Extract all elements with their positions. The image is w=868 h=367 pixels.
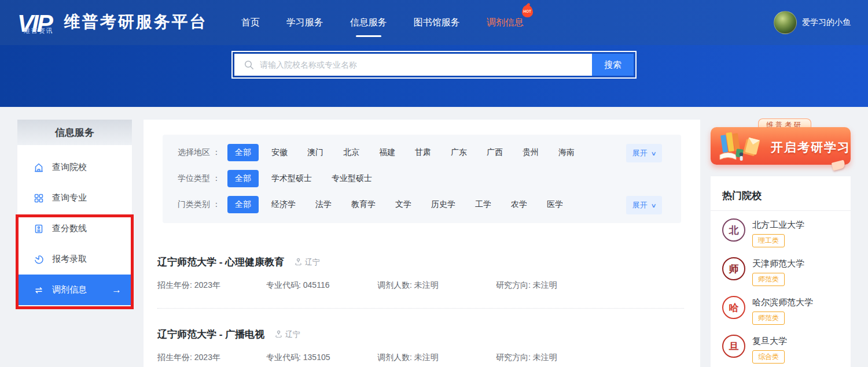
nav-item-adjustment[interactable]: 调剂信息 HOT xyxy=(487,17,524,29)
filter-panel: 选择地区 ： 全部 安徽 澳门 北京 福建 甘肃 广东 广西 贵州 海南 展开 … xyxy=(163,135,681,223)
filter-option[interactable]: 海南 xyxy=(558,147,575,158)
promo-title: 开启考研学习 xyxy=(771,139,851,155)
result-item: 辽宁师范大学 - 心理健康教育 辽宁 招生年份: 2023年 专业代码: 045… xyxy=(157,223,684,309)
search-button[interactable]: 搜索 xyxy=(592,54,634,76)
filter-option[interactable]: 医学 xyxy=(547,199,563,210)
nav-item-learning[interactable]: 学习服务 xyxy=(286,17,323,29)
result-title[interactable]: 辽宁师范大学 - 心理健康教育 xyxy=(157,255,284,269)
site-logo[interactable]: VIP 维普资讯 维普考研服务平台 xyxy=(17,11,208,34)
sidebar-item-query-scores[interactable]: 查分数线 xyxy=(17,213,132,244)
result-location: 辽宁 xyxy=(275,329,300,340)
chevron-down-icon: ∨ xyxy=(650,202,656,209)
meta-value: 045116 xyxy=(303,280,330,290)
avatar[interactable] xyxy=(774,11,797,34)
promo-banner[interactable]: 开启考研学习 xyxy=(711,127,851,165)
university-name: 天津师范大学 xyxy=(752,258,804,269)
top-bar: VIP 维普资讯 维普考研服务平台 首页 学习服务 信息服务 图书馆服务 调剂信… xyxy=(0,0,868,45)
main-content: 选择地区 ： 全部 安徽 澳门 北京 福建 甘肃 广东 广西 贵州 海南 展开 … xyxy=(144,120,700,367)
location-pin-icon xyxy=(295,257,302,267)
filter-option[interactable]: 甘肃 xyxy=(415,147,431,158)
result-location: 辽宁 xyxy=(295,257,320,268)
university-name: 哈尔滨师范大学 xyxy=(752,297,813,308)
sidebar-title: 信息服务 xyxy=(17,120,132,145)
filter-option[interactable]: 北京 xyxy=(343,147,359,158)
university-item[interactable]: 北 北方工业大学 理工类 xyxy=(711,211,851,250)
transfer-arrows-icon xyxy=(34,285,44,295)
university-seal-icon: 师 xyxy=(722,257,745,280)
university-item[interactable]: 旦 复旦大学 综合类 xyxy=(711,327,851,366)
sidebar-item-admission[interactable]: 报考录取 xyxy=(17,244,132,275)
filter-chip-all[interactable]: 全部 xyxy=(227,144,259,161)
filter-option[interactable]: 福建 xyxy=(379,147,395,158)
result-item: 辽宁师范大学 - 广播电视 辽宁 招生年份: 2023年 专业代码: 13510… xyxy=(157,309,684,363)
meta-value: 未注明 xyxy=(533,353,557,362)
result-title[interactable]: 辽宁师范大学 - 广播电视 xyxy=(157,328,264,341)
user-account[interactable]: 爱学习的小鱼 xyxy=(774,11,851,34)
nav-item-home[interactable]: 首页 xyxy=(241,17,260,29)
page-corner-decoration xyxy=(832,160,846,171)
university-seal-icon: 北 xyxy=(722,218,745,242)
filter-option[interactable]: 广西 xyxy=(487,147,503,158)
filter-option[interactable]: 安徽 xyxy=(271,147,288,158)
filter-row-discipline: 门类类别 ： 全部 经济学 法学 教育学 文学 历史学 工学 农学 医学 展开 … xyxy=(163,191,681,217)
filter-label: 门类类别 ： xyxy=(178,199,227,210)
expand-button[interactable]: 展开 ∨ xyxy=(626,196,662,214)
school-building-icon xyxy=(34,162,44,173)
filter-option[interactable]: 广东 xyxy=(451,147,467,158)
filter-option[interactable]: 贵州 xyxy=(523,147,539,158)
main-nav: 首页 学习服务 信息服务 图书馆服务 调剂信息 HOT xyxy=(241,17,524,29)
filter-option[interactable]: 工学 xyxy=(475,199,491,210)
filter-option[interactable]: 专业型硕士 xyxy=(332,173,372,184)
category-badge: 综合类 xyxy=(752,350,785,364)
filter-option[interactable]: 历史学 xyxy=(431,199,455,210)
university-item[interactable]: 师 天津师范大学 师范类 xyxy=(711,250,851,288)
university-seal-icon: 旦 xyxy=(722,335,745,358)
filter-row-degree-type: 学位类型 ： 全部 学术型硕士 专业型硕士 xyxy=(163,165,681,191)
location-pin-icon xyxy=(275,329,282,339)
filter-chip-all[interactable]: 全部 xyxy=(227,196,259,213)
filter-option[interactable]: 经济学 xyxy=(271,199,296,210)
meta-value: 2023年 xyxy=(194,280,220,290)
info-service-sidebar: 信息服务 查询院校 查询专业 查分数线 xyxy=(17,120,132,306)
university-seal-icon: 哈 xyxy=(722,296,745,319)
filter-option[interactable]: 法学 xyxy=(315,199,332,210)
filter-row-region: 选择地区 ： 全部 安徽 澳门 北京 福建 甘肃 广东 广西 贵州 海南 展开 … xyxy=(163,139,681,165)
nav-item-information[interactable]: 信息服务 xyxy=(350,17,387,29)
active-nav-underline xyxy=(356,35,381,37)
category-badge: 师范类 xyxy=(752,273,785,286)
result-list: 辽宁师范大学 - 心理健康教育 辽宁 招生年份: 2023年 专业代码: 045… xyxy=(144,223,700,363)
meta-value: 135105 xyxy=(303,353,330,362)
filter-option[interactable]: 教育学 xyxy=(351,199,376,210)
filter-option[interactable]: 农学 xyxy=(511,199,527,210)
search-input[interactable] xyxy=(254,53,592,76)
filter-option[interactable]: 澳门 xyxy=(307,147,323,158)
filter-label: 学位类型 ： xyxy=(178,173,227,184)
university-item[interactable]: 哈 哈尔滨师范大学 师范类 xyxy=(711,288,851,327)
filter-chip-all[interactable]: 全部 xyxy=(227,170,259,187)
filter-option[interactable]: 文学 xyxy=(395,199,411,210)
username: 爱学习的小鱼 xyxy=(802,17,851,28)
nav-item-library[interactable]: 图书馆服务 xyxy=(414,17,460,29)
category-badge: 理工类 xyxy=(752,234,785,247)
site-title: 维普考研服务平台 xyxy=(64,11,208,33)
sidebar-item-adjustment-info[interactable]: 调剂信息 → xyxy=(17,275,132,305)
search-bar: 搜索 xyxy=(231,51,637,79)
sidebar-item-query-major[interactable]: 查询专业 xyxy=(17,183,132,213)
books-illustration xyxy=(714,129,770,165)
logo-subtitle: 维普资讯 xyxy=(24,27,54,35)
category-badge: 师范类 xyxy=(752,312,785,325)
result-meta: 招生年份: 2023年 专业代码: 045116 调剂人数: 未注明 研究方向:… xyxy=(157,280,684,291)
hot-universities-title: 热门院校 xyxy=(711,176,851,210)
search-icon xyxy=(244,60,254,70)
sidebar-item-query-school[interactable]: 查询院校 xyxy=(17,152,132,183)
expand-button[interactable]: 展开 ∨ xyxy=(626,144,662,162)
meta-value: 未注明 xyxy=(414,280,439,290)
page: VIP 维普资讯 维普考研服务平台 首页 学习服务 信息服务 图书馆服务 调剂信… xyxy=(0,0,868,367)
university-name: 复旦大学 xyxy=(752,336,787,347)
hero-banner: 搜索 xyxy=(0,45,868,107)
sidebar-menu: 查询院校 查询专业 查分数线 报考录取 xyxy=(17,145,132,305)
meta-value: 2023年 xyxy=(194,353,220,362)
right-arrow-icon: → xyxy=(112,285,122,295)
filter-label: 选择地区 ： xyxy=(178,147,227,158)
filter-option[interactable]: 学术型硕士 xyxy=(271,173,312,184)
